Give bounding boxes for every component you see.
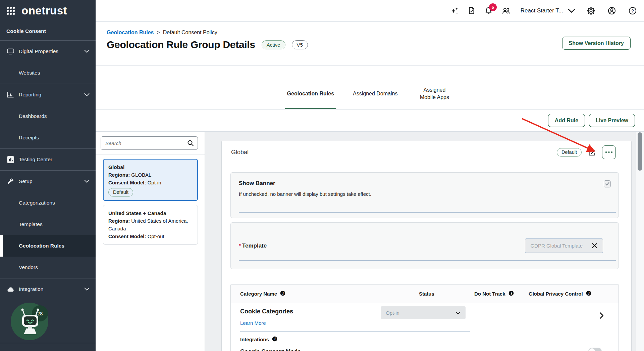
column-status: Status (419, 291, 434, 297)
info-icon[interactable]: i (508, 291, 514, 297)
column-global-privacy-control: Global Privacy Control (529, 291, 583, 297)
status-badge: Active (262, 40, 285, 49)
column-category-name: Category Name (240, 291, 277, 297)
breadcrumb-parent-link[interactable]: Geolocation Rules (107, 30, 154, 36)
template-chip[interactable]: GDPR Global Template (525, 238, 603, 253)
notifications-bell-icon[interactable]: 6 (484, 6, 493, 15)
template-card: *Template GDPR Global Template (230, 222, 619, 269)
divider (96, 155, 205, 155)
rule-list-panel: Global Regions: GLOBAL Consent Model: Op… (96, 132, 205, 351)
sidebar-item-testing-center[interactable]: Testing Center (0, 149, 96, 170)
tab-geolocation-rules[interactable]: Geolocation Rules (285, 78, 336, 109)
notification-count-badge: 6 (489, 3, 497, 11)
sidebar-item-label: Geolocation Rules (19, 243, 64, 249)
rule-consent-model: Consent Model: Opt-in (108, 179, 193, 186)
rule-detail-area: Global Default (205, 132, 644, 351)
table-header-row: Category Name i Status Do Not Track i (231, 284, 619, 303)
users-icon[interactable] (501, 7, 511, 15)
workspace-name: React Starter T... (521, 7, 563, 14)
required-asterisk: * (239, 243, 241, 248)
sidebar-item-label: Vendors (19, 264, 38, 270)
tasks-document-icon[interactable] (468, 6, 476, 15)
rule-regions: Regions: GLOBAL (108, 171, 193, 179)
info-icon[interactable]: i (272, 336, 277, 343)
robot-avatar-icon (15, 307, 46, 338)
live-preview-button[interactable]: Live Preview (589, 114, 635, 127)
sidebar-item-label: Reporting (19, 92, 41, 98)
add-rule-button[interactable]: Add Rule (548, 114, 585, 127)
default-badge: Default (557, 148, 582, 157)
more-actions-button[interactable] (602, 145, 616, 159)
sidebar-item-vendors[interactable]: Vendors (0, 257, 96, 278)
cookie-categories-row: Cookie Categories Learn More Opt-in (231, 303, 619, 332)
sidebar-item-templates[interactable]: Templates (0, 214, 96, 235)
help-icon[interactable]: ? (628, 6, 637, 15)
action-row: Add Rule Live Preview (96, 109, 644, 132)
sidebar-item-digital-properties[interactable]: Digital Properties (0, 41, 96, 62)
svg-text:?: ? (631, 8, 634, 13)
expand-row-chevron-icon[interactable] (599, 312, 604, 319)
status-dropdown-value: Opt-in (386, 310, 399, 316)
google-consent-mode-toggle[interactable] (588, 348, 602, 351)
chevron-down-icon (568, 9, 575, 13)
rule-title: Global (231, 149, 557, 156)
template-value: GDPR Global Template (530, 243, 583, 249)
tab-assigned-domains[interactable]: Assigned Domains (351, 78, 399, 109)
wrench-icon (7, 178, 14, 185)
breadcrumb-current: Default Consent Policy (163, 30, 217, 36)
sidebar-item-setup[interactable]: Setup (0, 171, 96, 192)
integrations-row: Integrations i (231, 332, 619, 347)
learn-more-link[interactable]: Learn More (240, 320, 266, 326)
show-banner-checkbox[interactable] (604, 180, 611, 187)
sidebar-item-integration[interactable]: Integration (0, 278, 96, 300)
ai-sparkles-icon[interactable] (450, 6, 459, 15)
app-launcher-icon[interactable] (6, 6, 15, 15)
rule-name: Global (108, 163, 193, 171)
rule-list-item-global[interactable]: Global Regions: GLOBAL Consent Model: Op… (103, 159, 198, 201)
settings-gear-icon[interactable] (587, 6, 595, 15)
vertical-scrollbar-thumb[interactable] (638, 132, 642, 171)
chat-assistant-widget[interactable]: 28 (8, 299, 52, 344)
status-dropdown[interactable]: Opt-in (381, 306, 466, 319)
account-icon[interactable] (607, 6, 616, 15)
sidebar-item-dashboards[interactable]: Dashboards (0, 105, 96, 127)
testing-center-icon (7, 156, 14, 164)
breadcrumb: Geolocation Rules > Default Consent Poli… (96, 21, 644, 36)
remove-template-icon[interactable] (591, 243, 598, 249)
show-version-history-button[interactable]: Show Version History (562, 37, 631, 50)
sidebar-item-receipts[interactable]: Receipts (0, 127, 96, 148)
google-consent-mode-row: Google Consent Mode (231, 347, 619, 351)
chevron-down-icon (84, 288, 90, 291)
edit-rule-icon[interactable] (588, 148, 596, 157)
info-icon[interactable]: i (586, 291, 591, 297)
divider (239, 212, 616, 213)
cloud-icon (7, 286, 15, 292)
column-do-not-track: Do Not Track (474, 291, 505, 297)
breadcrumb-separator: > (157, 30, 160, 36)
sidebar-item-reporting[interactable]: Reporting (0, 84, 96, 105)
sidebar-item-label: Setup (19, 178, 33, 184)
vertical-scrollbar-track[interactable] (636, 132, 644, 351)
tab-assigned-mobile-apps[interactable]: Assigned Mobile Apps (414, 78, 454, 109)
workspace-selector[interactable]: React Starter T... (521, 7, 575, 14)
rule-regions: Regions: United States of America, Canad… (108, 217, 193, 232)
divider (240, 331, 470, 332)
rule-list-item-us-canada[interactable]: United States + Canada Regions: United S… (103, 205, 198, 245)
tabs-zone: Geolocation Rules Assigned Domains Assig… (96, 66, 644, 109)
default-badge: Default (108, 188, 133, 196)
page-header: Geolocation Rules > Default Consent Poli… (96, 21, 644, 66)
show-banner-title: Show Banner (239, 180, 610, 187)
info-icon[interactable]: i (280, 291, 285, 297)
sidebar-item-websites[interactable]: Websites (0, 62, 96, 84)
chevron-down-icon (455, 311, 461, 314)
categories-table-card: Category Name i Status Do Not Track i (230, 284, 619, 351)
sidebar-item-categorizations[interactable]: Categorizations (0, 192, 96, 214)
search-input[interactable] (101, 136, 198, 150)
sidebar-item-geolocation-rules[interactable]: Geolocation Rules (0, 235, 96, 257)
sidebar-item-label: Integration (19, 286, 43, 292)
logo-row: onetrust (0, 0, 96, 21)
sidebar-item-label: Websites (19, 70, 40, 76)
rule-detail-panel: Global Default (221, 141, 632, 351)
search-icon[interactable] (187, 139, 194, 148)
product-label: Cookie Consent (0, 21, 96, 40)
